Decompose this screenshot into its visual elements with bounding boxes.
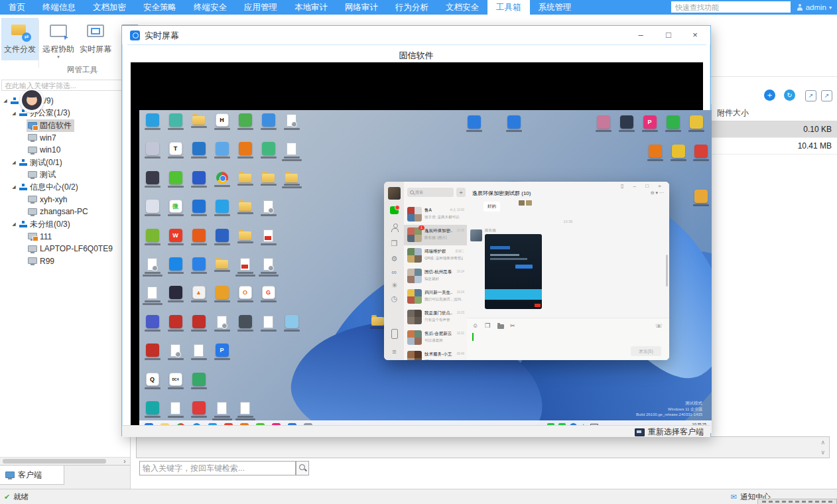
contacts-icon[interactable] <box>391 223 399 231</box>
chat-list-item[interactable]: 四川新一美生...10:24我们可以先测试，没问... <box>404 286 467 307</box>
gearfile-icon[interactable] <box>217 316 227 328</box>
desktop-icon[interactable] <box>192 401 206 414</box>
gearfile-icon[interactable] <box>170 344 180 357</box>
desktop-icon[interactable] <box>192 373 206 386</box>
wechat-input-area[interactable]: ☺❒✂ ☏ 发送(S) <box>467 318 669 360</box>
menu-item-本地审计[interactable]: 本地审计 <box>286 0 336 15</box>
desktop-icon[interactable] <box>192 200 206 213</box>
desktop-icon-cell[interactable]: W <box>164 229 187 245</box>
folder-icon[interactable] <box>192 116 205 125</box>
desktop-icon-cell[interactable] <box>684 115 708 132</box>
file-icon[interactable] <box>263 316 273 328</box>
menu-item-终端安全[interactable]: 终端安全 <box>185 0 235 15</box>
folder-icon[interactable] <box>216 260 228 269</box>
desktop-icon[interactable]: ▲ <box>192 286 206 299</box>
desktop-icon-cell[interactable] <box>164 315 187 332</box>
desktop-icon[interactable] <box>239 315 252 328</box>
menu-item-工具箱[interactable]: 工具箱 <box>487 0 530 15</box>
box-icon[interactable]: ❒ <box>485 322 490 329</box>
desktop-icon-cell[interactable]: T <box>164 142 187 158</box>
desktop-icon-cell[interactable] <box>187 229 210 245</box>
chat-list-item[interactable]: 技术服务-小王09:49[图片] <box>404 348 467 360</box>
folder-icon[interactable] <box>285 174 298 182</box>
quick-find-input[interactable] <box>671 1 791 13</box>
keyword-search-input[interactable] <box>139 461 296 475</box>
menu-item-文档加密[interactable]: 文档加密 <box>84 0 135 15</box>
desktop-icon-cell[interactable] <box>280 113 303 130</box>
table-row[interactable]: 10.41 MB <box>711 138 837 155</box>
desktop-icon-cell[interactable] <box>689 145 712 161</box>
desktop-icon[interactable] <box>694 190 708 203</box>
tree-expander-icon[interactable]: ◢ <box>11 184 17 190</box>
desktop-icon-cell[interactable] <box>233 315 257 332</box>
chat-list-item[interactable]: 国信-杭州昆泰...10:24知足就好 <box>404 266 467 286</box>
desktop-icon-cell[interactable] <box>661 115 684 132</box>
desktop-icon-cell[interactable] <box>141 257 164 277</box>
desktop-icon[interactable] <box>620 115 633 129</box>
desktop-icon-cell[interactable]: Q <box>141 373 164 389</box>
phone-icon[interactable] <box>391 329 398 339</box>
gearfile-icon[interactable] <box>287 114 296 127</box>
desktop-icon-cell[interactable] <box>141 286 164 305</box>
desktop-icon[interactable] <box>146 344 159 357</box>
desktop-icon[interactable]: Q <box>146 373 159 386</box>
desktop-icon[interactable] <box>649 145 662 158</box>
desktop-icon-cell[interactable] <box>164 113 187 130</box>
folder-icon[interactable] <box>497 324 504 329</box>
tree-filter-input[interactable] <box>1 80 127 91</box>
desktop-icon[interactable] <box>597 115 610 129</box>
desktop-icon-cell[interactable] <box>210 286 233 302</box>
desktop-icon-cell[interactable]: 微 <box>164 200 187 216</box>
export-button[interactable]: ↗ <box>805 90 816 101</box>
desktop-icon-cell[interactable] <box>280 315 303 332</box>
desktop-icon-cell[interactable] <box>233 401 257 420</box>
desktop-icon[interactable] <box>169 171 182 184</box>
desktop-icon[interactable]: O <box>239 286 252 299</box>
desktop-icon-cell[interactable] <box>141 142 164 158</box>
message-image[interactable] <box>485 234 542 309</box>
desktop-icon-cell[interactable] <box>164 401 187 418</box>
desktop-icon-cell[interactable] <box>187 142 210 158</box>
desktop-icon[interactable] <box>239 142 252 155</box>
desktop-icon-cell[interactable] <box>462 115 485 132</box>
desktop-icon-cell[interactable] <box>141 171 164 188</box>
desktop-icon[interactable] <box>667 115 680 129</box>
scrollbar-thumb[interactable] <box>3 459 106 464</box>
desktop-icon[interactable] <box>146 171 159 184</box>
toolbar-button-实时屏幕[interactable]: 实时屏幕 <box>77 18 114 60</box>
desktop-icon-cell[interactable] <box>210 401 233 420</box>
desktop-icon[interactable] <box>216 200 229 213</box>
desktop-icon-cell[interactable] <box>667 145 690 161</box>
desktop-icon-cell[interactable]: P <box>638 115 661 132</box>
desktop-icon-cell[interactable] <box>164 344 187 360</box>
desktop-icon[interactable] <box>216 286 229 299</box>
menu-item-安全策略[interactable]: 安全策略 <box>135 0 185 15</box>
desktop-icon-cell[interactable] <box>257 200 280 216</box>
desktop-icon-cell[interactable] <box>280 171 303 188</box>
file-icon[interactable] <box>217 402 227 414</box>
folder-icon[interactable] <box>262 174 275 182</box>
desktop-icon[interactable] <box>216 142 229 155</box>
desktop-icon-cell[interactable]: O <box>233 286 257 302</box>
desktop-icon[interactable] <box>169 113 182 127</box>
desktop-icon-cell[interactable] <box>141 344 164 360</box>
desktop-icon-cell[interactable] <box>689 190 712 206</box>
sticker-thumbnail[interactable] <box>526 200 532 206</box>
desktop-icon[interactable] <box>146 229 159 242</box>
desktop-icon-cell[interactable] <box>257 113 280 130</box>
desktop-icon[interactable]: P <box>643 115 657 129</box>
tab-clients[interactable]: 客户端 <box>0 466 64 485</box>
file-icon[interactable] <box>240 402 250 414</box>
pdf-icon[interactable] <box>263 229 273 242</box>
gearfile-icon[interactable] <box>147 258 157 271</box>
desktop-icon[interactable] <box>468 115 481 129</box>
desktop-icon[interactable]: DC4 <box>169 373 182 386</box>
desktop-icon[interactable] <box>192 315 206 328</box>
wechat-avatar[interactable] <box>388 187 401 200</box>
file-icon[interactable] <box>287 143 296 155</box>
tree-expander-icon[interactable]: ◢ <box>11 221 17 227</box>
desktop-icon[interactable]: G <box>262 286 275 299</box>
chat-list-item[interactable]: 鲁A昨天 10:00张丰倍: 这两天都可以 <box>404 204 467 225</box>
desktop-icon-cell[interactable] <box>210 257 233 272</box>
desktop-icon-cell[interactable] <box>233 113 257 130</box>
